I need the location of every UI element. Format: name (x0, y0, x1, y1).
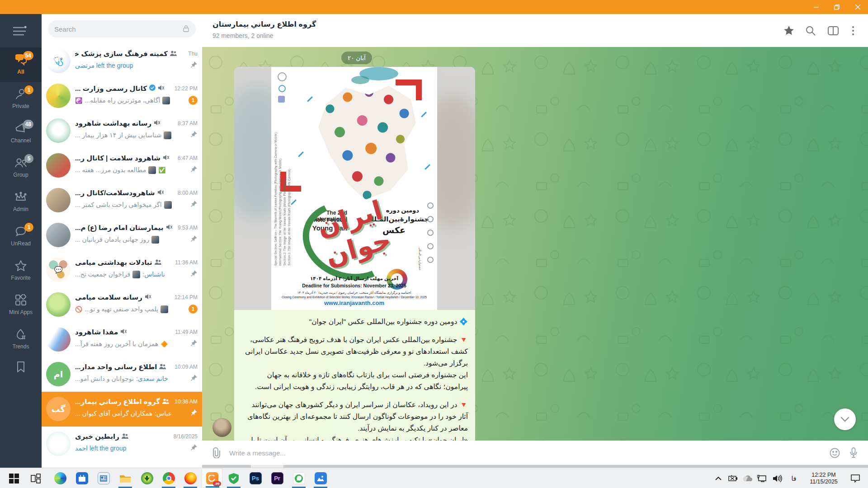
message-input[interactable] (229, 449, 822, 457)
attach-icon[interactable] (210, 446, 223, 459)
tray-time: 12:22 PM (811, 472, 836, 478)
sidebar-item-channel[interactable]: 48 Channel (0, 116, 42, 150)
tray-chevron-icon[interactable] (712, 469, 725, 488)
store-icon[interactable] (71, 469, 92, 488)
sidebar-item-mini-apps[interactable]: Mini Apps (0, 288, 42, 322)
start-button[interactable] (4, 469, 24, 488)
emblem-logo (278, 72, 287, 81)
avatar (46, 188, 71, 212)
message-text[interactable]: 💠 دومین دوره جشنواره بین‌المللی عکس "ایر… (234, 310, 475, 441)
chrome-icon[interactable] (158, 469, 179, 488)
firefox-icon[interactable] (180, 469, 201, 488)
kebab-menu-icon[interactable] (846, 24, 860, 38)
chat-list-item[interactable]: 💬 تبادلات بهداشتی میامی 11:36 AM فراخوان… (42, 253, 202, 287)
sidebar-item-saved[interactable] (0, 357, 42, 379)
diamond-emoji: 🔶 (160, 341, 168, 347)
avatar (46, 223, 71, 247)
idm-icon[interactable] (137, 469, 157, 488)
microphone-icon[interactable] (847, 446, 860, 459)
file-explorer-icon[interactable] (115, 469, 136, 488)
scroll-to-bottom-button[interactable] (834, 408, 856, 430)
message-composer[interactable] (202, 441, 868, 465)
message-photo[interactable]: دومین دوره جشنوارهٔ‌بین‌المـللی عکس The … (234, 67, 475, 310)
photo-thumb (132, 271, 140, 278)
chat-list-item[interactable]: مفدا شاهرود 11:49 AM همزمان با آخرین روز… (42, 322, 202, 357)
volume-icon[interactable] (770, 469, 785, 488)
network-icon[interactable] (755, 469, 769, 488)
action-center-icon[interactable] (846, 469, 864, 488)
windows-taskbar: .99 Ps Pr فا 12:22 PM 11/15/2025 (0, 468, 868, 488)
close-button[interactable] (847, 0, 868, 14)
task-view-button[interactable] (25, 469, 46, 488)
main-menu-button[interactable] (12, 25, 30, 38)
antivirus-icon[interactable] (223, 469, 244, 488)
emoji-icon[interactable] (828, 446, 841, 459)
photoshop-icon[interactable]: Ps (245, 469, 266, 488)
sidebar-item-admin[interactable]: Admin (0, 185, 42, 219)
premiere-icon[interactable]: Pr (267, 469, 288, 488)
unread-badge: 1 (24, 223, 33, 232)
toggle-sidebar-icon[interactable] (826, 24, 840, 38)
power-battery-icon[interactable] (726, 469, 740, 488)
chat-list-item-selected[interactable]: گب گروه اطلاع رساني بيمار... 10:36 AM هم… (42, 392, 202, 427)
photo-thumb (151, 236, 159, 244)
restore-button[interactable] (826, 0, 847, 14)
chat-preview: روز جهانی یادمان قربانیان ... (75, 236, 149, 243)
whatsapp-icon[interactable] (288, 469, 309, 488)
window-titlebar[interactable] (0, 0, 868, 14)
chat-title: رسانه سلامت میامی (75, 293, 142, 301)
chat-list-item[interactable]: شاهرودسلامت/کانال ر... 8:00 AM اگر میخوا… (42, 183, 202, 218)
chat-time: 12:22 PM (175, 85, 198, 92)
chat-header[interactable]: گروه اطلاع رساني بيمارستان 92 members, 2… (202, 14, 868, 47)
search-input[interactable]: Search (48, 20, 196, 38)
chat-title: شاهرودسلامت/کانال ر... (75, 189, 155, 197)
favorite-star-button[interactable] (782, 24, 796, 38)
onedrive-icon[interactable] (741, 469, 754, 488)
sidebar-item-private[interactable]: 1 Private (0, 82, 42, 116)
sidebar-item-group[interactable]: 5 Group (0, 150, 42, 185)
org-emblem (427, 257, 434, 263)
sidebar-item-unread[interactable]: 1 UnRead (0, 219, 42, 253)
chat-preview: شناسایی بیش از ۱۴ هزار بیمار ... (75, 131, 161, 139)
language-indicator[interactable]: فا (787, 469, 801, 488)
doodle-slash (298, 151, 304, 157)
chat-title: کمیته فرهنگ سازی پزشک خا... (75, 50, 168, 58)
chat-list-item[interactable]: رسانه بهداشت شاهرود 8:37 AM شناسایی بیش … (42, 113, 202, 148)
date-pill[interactable]: ۲۰ آبان (341, 52, 372, 64)
pin-icon (190, 270, 198, 279)
clock[interactable]: 12:22 PM 11/15/2025 (805, 469, 843, 488)
news-app-icon[interactable] (93, 469, 114, 488)
chat-preview: آگاهی، موثرترین راه مقابله... (85, 97, 160, 104)
sidebar-item-all[interactable]: 54 All (0, 47, 42, 82)
pin-icon (190, 444, 198, 453)
sidebar-item-favorite[interactable]: Favorite (0, 253, 42, 288)
closing-fa: اختتامیه و برگزاری نمایشگاه آثار منتخب: … (271, 291, 437, 295)
unread-count: 1 (189, 96, 198, 105)
sidebar-item-trends[interactable]: Trends (0, 322, 42, 357)
chat-title: رابطین خبری (75, 432, 119, 441)
chat-list-item[interactable]: شاهرود سلامت | کانال ر... 6:47 AM مطالعه… (42, 148, 202, 183)
avatar: 💬 (46, 258, 71, 282)
service-message: مرتضی left the group (75, 62, 133, 69)
chat-list-item[interactable]: رابطین خبری 8/16/2025 احمد left the grou… (42, 427, 202, 461)
conversation-canvas[interactable]: ۲۰ آبان دومین دوره (202, 47, 868, 441)
deadline-en: Deadline for Submissions: November 23, 2… (271, 283, 437, 288)
message-sender-avatar[interactable] (212, 418, 231, 437)
chat-list-item[interactable]: بیمارستان امام رضا (ع) م... 9:53 AM روز … (42, 218, 202, 253)
pin-icon (190, 235, 198, 244)
edge-icon[interactable] (50, 469, 71, 488)
chat-list-item[interactable]: رسانه سلامت میامی 12:14 PM 🚫 پلمپ واحد ص… (42, 287, 202, 322)
org-emblem (427, 216, 434, 222)
iran-map-doodle (318, 83, 416, 200)
chat-list-item[interactable]: ام اطلاع رسانی واحد مدار... 10:09 AM نوج… (42, 357, 202, 392)
sidebar-item-label: Private (12, 103, 29, 109)
chat-list-item[interactable]: 🩺 کمیته فرهنگ سازی پزشک خا... Thu مرتضی … (42, 44, 202, 79)
search-icon[interactable] (804, 24, 817, 38)
chat-list-item[interactable]: کانال رسمی وزارت ... 12:22 PM ☯️ آگاهی، … (42, 79, 202, 113)
minimize-button[interactable] (806, 0, 826, 14)
photos-icon[interactable] (310, 469, 331, 488)
message-bubble[interactable]: دومین دوره جشنوارهٔ‌بین‌المـللی عکس The … (234, 67, 475, 441)
chat-time: 12:14 PM (175, 294, 198, 300)
chat-title: رسانه بهداشت شاهرود (75, 119, 151, 127)
messenger-app-icon-active[interactable]: .99 (202, 469, 222, 488)
